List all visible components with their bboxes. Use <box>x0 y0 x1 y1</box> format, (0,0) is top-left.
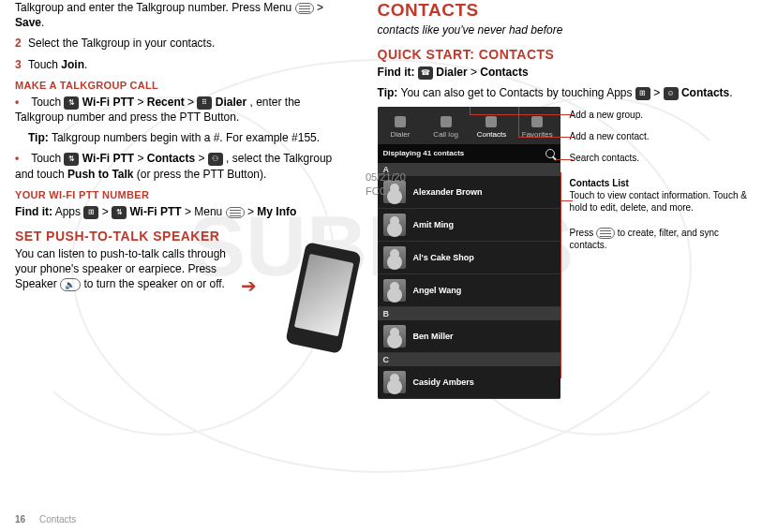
menu-icon <box>295 3 314 14</box>
tip-right: Tip: You can also get to Contacts by tou… <box>378 85 747 100</box>
contact-row[interactable]: Ben Miller <box>378 320 560 353</box>
page-number: 16 <box>15 514 25 525</box>
speaker-row: You can listen to push-to-talk calls thr… <box>15 246 351 359</box>
page-footer: 16 Contacts <box>15 514 76 525</box>
avatar <box>383 325 406 347</box>
dialer-icon-r: ☎ <box>418 66 433 80</box>
annotation-press-menu: Press to create, filter, and sync contac… <box>570 227 747 251</box>
contact-name: Angel Wang <box>413 286 462 295</box>
make-talkgroup-heading: MAKE A TALKGROUP CALL <box>15 80 351 91</box>
phone-thumbnail: ➔ <box>258 246 351 359</box>
fcc-date: 05/21/20 <box>366 170 406 185</box>
step-num-2: 2 <box>15 36 28 51</box>
tab-dialer-label: Dialer <box>391 130 411 139</box>
wifi-ptt-icon: ⇅ <box>64 96 79 110</box>
recent-label: Recent <box>147 96 185 109</box>
annotations: Add a new group. Add a new contact. Sear… <box>570 107 747 399</box>
intro-end: . <box>41 16 44 29</box>
your-number-heading: YOUR WI-FI PTT NUMBER <box>15 189 351 200</box>
my-info-label: My Info <box>257 205 296 218</box>
contact-name: Al's Cake Shop <box>413 253 474 262</box>
findit-label: Find it: <box>15 205 52 218</box>
annotation-add-contact: Add a new contact. <box>570 130 747 142</box>
bullet-dot-2: • <box>15 151 28 166</box>
avatar <box>383 279 406 302</box>
tab-dialer[interactable]: Dialer <box>378 107 424 144</box>
avatar <box>383 371 406 393</box>
avatar <box>383 246 406 269</box>
footer-section: Contacts <box>39 514 76 525</box>
annotation-search: Search contacts. <box>570 152 747 164</box>
contact-name: Casidy Ambers <box>413 377 474 387</box>
contact-row[interactable]: Casidy Ambers <box>378 366 560 399</box>
contact-name: Alexander Brown <box>413 187 483 197</box>
b2-b: > <box>137 152 146 165</box>
left-column: Talkgroup and enter the Talkgroup number… <box>15 0 351 399</box>
contact-row[interactable]: Al's Cake Shop <box>378 242 560 274</box>
tab-favorites[interactable]: Favorites <box>515 107 560 144</box>
tab-contacts-label: Contacts <box>477 130 507 139</box>
tab-calllog-label: Call log <box>433 130 458 139</box>
dialer-icon: ⠿ <box>197 96 212 110</box>
findit-label-r: Find it: <box>378 66 415 79</box>
search-icon[interactable] <box>545 149 555 158</box>
ann4-title: Contacts List <box>570 178 629 188</box>
findit-dialer: Dialer <box>436 66 467 79</box>
contacts-label: Contacts <box>147 152 195 165</box>
step-2-text: Select the Talkgroup in your contacts. <box>28 37 215 50</box>
dialer-label: Dialer <box>216 96 247 109</box>
contacts-icon-r: ☺ <box>664 87 679 100</box>
findit-b: > <box>102 205 112 218</box>
phone-body <box>285 242 362 354</box>
menu-icon-2 <box>226 207 245 218</box>
contacts-title: CONTACTS <box>378 0 747 21</box>
bullet-dot-1: • <box>15 95 28 110</box>
b2-e: (or press the PTT Button). <box>137 168 267 181</box>
findit-a: Apps <box>55 205 84 218</box>
bullet-1: • Touch ⇅ Wi-Fi PTT > Recent > ⠿ Dialer … <box>15 95 351 125</box>
tip-1: Tip: Talkgroup numbers begin with a #. F… <box>15 130 351 145</box>
bullet-2: • Touch ⇅ Wi-Fi PTT > Contacts > ⚇ , sel… <box>15 151 351 181</box>
speaker-icon <box>60 278 81 291</box>
leader-line <box>560 172 561 378</box>
contacts-subtitle: contacts like you've never had before <box>378 22 747 37</box>
speaker-b: to turn the speaker on or off. <box>83 277 225 290</box>
find-it-line: Find it: Apps ⊞ > ⇅ Wi-Fi PTT > Menu > M… <box>15 204 351 219</box>
findit-right: Find it: ☎ Dialer > Contacts <box>378 65 747 80</box>
annotation-add-group: Add a new group. <box>570 109 747 121</box>
letter-c: C <box>378 353 560 366</box>
mockup-tabs: Dialer Call log Contacts Favorites <box>378 107 560 144</box>
quick-start-heading: QUICK START: CONTACTS <box>378 47 747 62</box>
contact-row[interactable]: Angel Wang <box>378 274 560 307</box>
intro-gt: > <box>317 1 323 14</box>
wifi-ptt-label-3: Wi-Fi PTT <box>129 205 181 218</box>
tip-contacts: Contacts <box>681 86 729 99</box>
contact-name: Ben Miller <box>413 332 454 341</box>
push-to-talk-label: Push to Talk <box>67 168 133 181</box>
tip-label-1: Tip: <box>28 131 49 144</box>
phone-mockup: Dialer Call log Contacts Favorites Displ… <box>378 107 560 399</box>
tip-r-b: > <box>653 86 663 99</box>
findit-d: > <box>247 205 257 218</box>
step-3: 3Touch Join. <box>15 57 351 72</box>
contact-row[interactable]: Amit Ming <box>378 209 560 242</box>
intro-paragraph: Talkgroup and enter the Talkgroup number… <box>15 0 351 30</box>
b2-c: > <box>198 152 207 165</box>
findit-gt-r: > <box>471 66 480 79</box>
ann5-a: Press <box>570 228 596 238</box>
tip-r-a: You can also get to Contacts by touching… <box>400 86 635 99</box>
b1-a: Touch <box>31 96 64 109</box>
tab-calllog[interactable]: Call log <box>423 107 469 144</box>
wifi-ptt-icon-2: ⇅ <box>64 153 79 166</box>
tip-label-r: Tip: <box>378 86 398 99</box>
contact-name: Amit Ming <box>413 220 455 229</box>
b1-b: > <box>137 96 146 109</box>
tip-1-text: Talkgroup numbers begin with a #. For ex… <box>49 131 320 144</box>
b1-c: > <box>187 96 197 109</box>
tab-contacts[interactable]: Contacts <box>469 107 515 144</box>
step-3-prefix: Touch <box>28 58 61 71</box>
group-icon: ⚇ <box>208 153 223 166</box>
displaying-bar: Displaying 41 contacts <box>378 144 560 163</box>
b2-a: Touch <box>31 152 64 165</box>
intro-text-1: Talkgroup and enter the Talkgroup number… <box>15 1 295 14</box>
